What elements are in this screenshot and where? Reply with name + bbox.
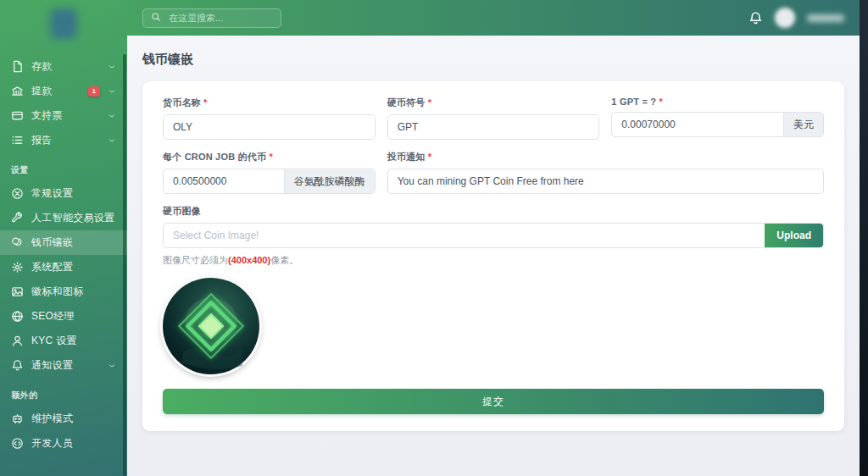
sidebar-item-label: 徽标和图标 [31, 285, 116, 299]
notifications-bell-icon[interactable] [748, 11, 763, 25]
form-row-1: 货币名称 * 硬币符号 * [163, 97, 824, 140]
page-title: 钱币镶嵌 [142, 52, 844, 68]
sidebar-item-general-settings[interactable]: 常规设置 [0, 181, 127, 206]
form-row-2: 每个 CRON JOB 的代币 * 谷氨酰胺磷酸酶 投币通知 * [163, 151, 824, 194]
app-logo-blurred [50, 8, 77, 39]
globe-icon [11, 310, 24, 323]
sidebar-item-label: 人工智能交易设置 [31, 211, 116, 225]
user-name-blurred[interactable] [807, 14, 844, 22]
coin-image-label: 硬币图像 [163, 205, 824, 218]
tool-icon [11, 412, 24, 425]
per-cron-label: 每个 CRON JOB 的代币 * [163, 151, 376, 163]
required-asterisk: * [659, 97, 662, 107]
sidebar-item-kyc-settings[interactable]: KYC 设置 [0, 329, 127, 353]
topbar-right [748, 8, 844, 28]
currency-name-label: 货币名称 * [163, 97, 376, 109]
required-asterisk: * [428, 152, 431, 162]
sidebar: 存款提款1支持票报告设置常规设置人工智能交易设置钱币镶嵌系统配置徽标和图标SEO… [0, 0, 127, 476]
required-asterisk: * [203, 97, 207, 108]
sidebar-item-maintenance-mode[interactable]: 维护模式 [0, 407, 127, 431]
list-icon [11, 134, 24, 147]
gear-icon [11, 261, 24, 274]
search-input[interactable] [167, 12, 273, 24]
topbar [127, 0, 860, 36]
file-icon [11, 60, 24, 73]
per-cron-addon: 谷氨酰胺磷酸酶 [284, 169, 375, 193]
field-coin-symbol: 硬币符号 * [387, 97, 600, 140]
rate-label: 1 GPT = ? * [611, 97, 824, 107]
sidebar-item-support-tickets[interactable]: 支持票 [0, 103, 127, 128]
sidebar-item-label: 维护模式 [31, 412, 116, 426]
field-per-cron: 每个 CRON JOB 的代币 * 谷氨酰胺磷酸酶 [163, 151, 376, 194]
notice-label: 投币通知 * [387, 151, 824, 163]
required-asterisk: * [269, 152, 272, 162]
field-currency-name: 货币名称 * [163, 97, 376, 140]
sidebar-item-label: 支持票 [31, 108, 100, 123]
upload-button[interactable]: Upload [765, 224, 823, 247]
sidebar-item-label: 通知设置 [31, 358, 100, 373]
sidebar-item-label: 开发人员 [31, 436, 116, 451]
main-column: 钱币镶嵌 货币名称 * 硬币符号 [127, 0, 860, 476]
currency-name-input[interactable] [164, 115, 375, 139]
sidebar-item-system-configuration[interactable]: 系统配置 [0, 255, 127, 280]
sidebar-item-ai-trade-settings[interactable]: 人工智能交易设置 [0, 206, 127, 230]
coin-symbol-label: 硬币符号 * [387, 97, 600, 109]
sidebar-item-deposits[interactable]: 存款 [0, 54, 127, 79]
image-icon [11, 285, 24, 298]
sidebar-item-notification-settings[interactable]: 通知设置 [0, 353, 127, 378]
coin-settings-card: 货币名称 * 硬币符号 * [142, 81, 844, 431]
chevron-down-icon [108, 112, 116, 120]
rate-input[interactable] [612, 113, 783, 136]
content: 钱币镶嵌 货币名称 * 硬币符号 [127, 36, 860, 476]
sidebar-item-withdrawals[interactable]: 提款1 [0, 79, 127, 103]
search-icon [151, 10, 161, 25]
notice-input[interactable] [388, 169, 823, 193]
sidebar-item-label: 提款 [31, 84, 81, 98]
sidebar-item-label: 常规设置 [31, 186, 116, 201]
user-avatar[interactable] [775, 8, 795, 28]
sidebar-item-coin-mining[interactable]: 钱币镶嵌 [0, 230, 127, 255]
rate-currency-addon: 美元 [783, 113, 823, 136]
bell-icon [11, 359, 24, 372]
sidebar-item-reports[interactable]: 报告 [0, 128, 127, 152]
sidebar-item-label: SEO经理 [31, 309, 116, 324]
coin-image-input[interactable] [164, 224, 765, 247]
slash-circle-icon [11, 187, 24, 200]
app-logo[interactable] [0, 0, 127, 47]
sidebar-item-developers[interactable]: 开发人员 [0, 431, 127, 456]
notification-badge: 1 [88, 86, 100, 97]
user-icon [11, 335, 24, 347]
code-icon [11, 437, 24, 450]
chevron-down-icon [108, 87, 116, 96]
field-coin-image: 硬币图像 Upload 图像尺寸必须为(400x400)像素。 [163, 205, 824, 267]
image-size-value: (400x400) [228, 255, 270, 265]
bank-icon [11, 85, 24, 97]
sidebar-item-label: 系统配置 [31, 260, 116, 274]
sidebar-nav: 存款提款1支持票报告设置常规设置人工智能交易设置钱币镶嵌系统配置徽标和图标SEO… [0, 47, 127, 456]
submit-button[interactable]: 提交 [163, 389, 824, 414]
sidebar-item-label: 报告 [31, 133, 100, 147]
required-asterisk: * [428, 97, 431, 108]
screen-edge [860, 0, 868, 476]
sidebar-item-label: 钱币镶嵌 [31, 235, 116, 250]
chevron-down-icon [108, 63, 116, 71]
wrench-icon [11, 212, 24, 224]
sidebar-item-label: 存款 [31, 59, 100, 74]
field-notice: 投币通知 * [387, 151, 824, 194]
screen: 存款提款1支持票报告设置常规设置人工智能交易设置钱币镶嵌系统配置徽标和图标SEO… [0, 0, 868, 476]
field-rate: 1 GPT = ? * 美元 [611, 97, 824, 140]
sidebar-section-label: 额外的 [0, 378, 127, 407]
coin-logo-icon [168, 283, 254, 369]
sidebar-item-logo-and-icons[interactable]: 徽标和图标 [0, 280, 127, 304]
chevron-down-icon [108, 362, 116, 370]
per-cron-input[interactable] [164, 169, 284, 193]
coin-symbol-input[interactable] [388, 115, 599, 139]
coin-image-preview [163, 278, 259, 374]
sidebar-scrollbar[interactable] [123, 54, 126, 476]
card-icon [11, 109, 24, 122]
chevron-down-icon [108, 136, 116, 145]
image-size-hint: 图像尺寸必须为(400x400)像素。 [163, 254, 824, 267]
sidebar-section-label: 设置 [0, 152, 127, 181]
sidebar-item-seo-manager[interactable]: SEO经理 [0, 304, 127, 329]
search-box[interactable] [142, 8, 281, 28]
